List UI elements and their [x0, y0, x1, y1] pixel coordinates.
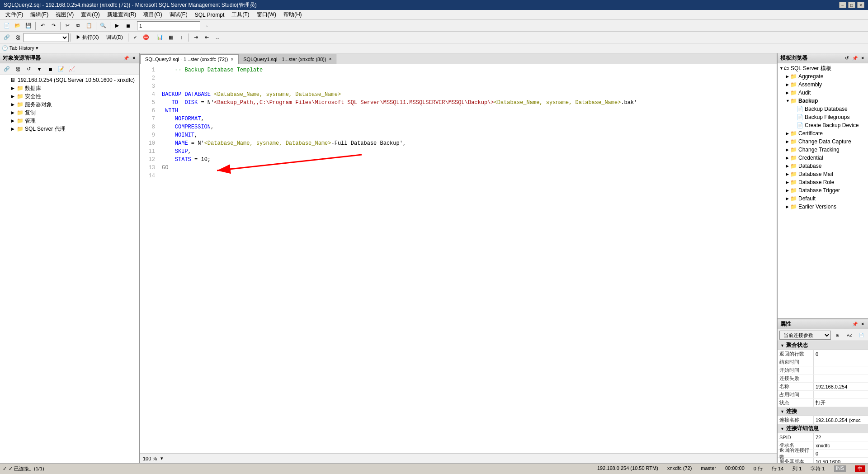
zoom-dropdown-arrow[interactable]: ▾	[160, 455, 163, 461]
report-obj-btn[interactable]: 📈	[67, 64, 77, 74]
obj-tree-item-5[interactable]: ▶ 📁 管理	[0, 117, 139, 125]
panel-pin-btn[interactable]: 📌	[122, 55, 130, 61]
prop-close-btn[interactable]: ×	[860, 321, 865, 327]
paste-btn[interactable]: 📋	[84, 21, 94, 31]
tmpl-item-12[interactable]: ▶ 📁 Database	[778, 162, 868, 170]
prop-categorize-btn[interactable]: ⊞	[833, 330, 843, 340]
obj-tree-item-3[interactable]: ▶ 📁 服务器对象	[0, 100, 139, 109]
tmpl-item-9[interactable]: ▶ 📁 Change Data Capture	[778, 137, 868, 146]
prop-pin-btn[interactable]: 📌	[851, 321, 859, 327]
tmpl-refresh-btn[interactable]: ↺	[844, 55, 850, 61]
tmpl-item-10[interactable]: ▶ 📁 Change Tracking	[778, 146, 868, 154]
maximize-button[interactable]: □	[848, 2, 855, 8]
results-btn[interactable]: 📊	[155, 33, 165, 43]
prop-alpha-btn[interactable]: AZ	[844, 330, 854, 340]
outdent-btn[interactable]: ⇤	[202, 33, 212, 43]
text-btn[interactable]: T	[177, 33, 187, 43]
tmpl-item-8[interactable]: ▶ 📁 Certificate	[778, 129, 868, 137]
close-button[interactable]: ×	[857, 2, 864, 8]
tmpl-item-14[interactable]: ▶ 📁 Database Role	[778, 178, 868, 186]
tmpl-item-3[interactable]: ▶ 📁 Audit	[778, 89, 868, 97]
obj-tree-item-4[interactable]: ▶ 📁 复制	[0, 109, 139, 117]
tmpl-pin-btn[interactable]: 📌	[851, 55, 859, 61]
tree-expand-6[interactable]: ▶	[9, 125, 16, 133]
prop-section-expand-2[interactable]: ▼	[780, 427, 784, 431]
menu-item-o[interactable]: 项目(O)	[140, 10, 165, 19]
tmpl-item-0[interactable]: ▼ 🗂 SQL Server 模板	[778, 64, 868, 72]
indent-btn[interactable]: ⇥	[191, 33, 201, 43]
tmpl-item-2[interactable]: ▶ 📁 Assembly	[778, 81, 868, 89]
tmpl-item-17[interactable]: ▶ 📁 Earlier Versions	[778, 203, 868, 211]
tab-history-bar[interactable]: 🕐 Tab History ▾	[0, 43, 868, 53]
obj-tree-item-2[interactable]: ▶ 📁 安全性	[0, 92, 139, 100]
menu-item-h[interactable]: 帮助(H)	[280, 10, 306, 19]
find-btn[interactable]: 🔍	[98, 21, 108, 31]
debug-btn[interactable]: 调试(D)	[103, 33, 126, 43]
menu-item-sqlprompt[interactable]: SQL Prompt	[191, 11, 228, 19]
grid-btn[interactable]: ▦	[166, 33, 176, 43]
tree-expand-2[interactable]: ▶	[9, 93, 16, 100]
menu-item-e[interactable]: 编辑(E)	[27, 10, 52, 19]
tree-expand-4[interactable]: ▶	[9, 109, 16, 116]
parse-btn[interactable]: ✓	[130, 33, 140, 43]
menu-item-v[interactable]: 视图(V)	[52, 10, 77, 19]
tab-close-0[interactable]: ×	[231, 57, 233, 62]
menu-item-e[interactable]: 调试(E)	[166, 10, 191, 19]
save-btn[interactable]: 💾	[24, 21, 33, 31]
open-btn[interactable]: 📂	[13, 21, 23, 31]
search-input[interactable]	[137, 21, 200, 30]
refresh-obj-btn[interactable]: ↺	[24, 64, 33, 74]
new-query-obj-btn[interactable]: 📝	[56, 64, 66, 74]
minimize-button[interactable]: −	[839, 2, 846, 8]
menu-item-t[interactable]: 工具(T)	[228, 10, 253, 19]
tmpl-close-btn[interactable]: ×	[860, 55, 865, 61]
tree-expand-0[interactable]	[2, 76, 9, 84]
disconnect-obj-btn[interactable]: ⛓	[13, 64, 23, 74]
tmpl-item-13[interactable]: ▶ 📁 Database Mail	[778, 170, 868, 178]
start-debug-btn[interactable]: ▶	[112, 21, 122, 31]
obj-tree-item-6[interactable]: ▶ 📁 SQL Server 代理	[0, 125, 139, 133]
prop-dropdown[interactable]: 当前连接参数	[779, 331, 831, 340]
go-btn[interactable]: →	[201, 21, 211, 31]
prop-section-expand-0[interactable]: ▼	[780, 343, 784, 348]
prop-page-btn[interactable]: 📄	[856, 330, 866, 340]
tmpl-item-6[interactable]: 📄 Backup Filegroups	[778, 113, 868, 121]
connect-obj-btn[interactable]: 🔗	[2, 64, 12, 74]
code-editor[interactable]: -- Backup Database Template BACKUP DATAB…	[158, 64, 777, 453]
cut-btn[interactable]: ✂	[62, 21, 72, 31]
panel-close-btn[interactable]: ×	[131, 55, 137, 61]
tmpl-item-4[interactable]: ▼ 📁 Backup	[778, 97, 868, 105]
menu-item-f[interactable]: 文件(F)	[2, 10, 27, 19]
prop-section-expand-1[interactable]: ▼	[780, 409, 784, 414]
connect-btn[interactable]: 🔗	[2, 33, 12, 43]
filter-obj-btn[interactable]: ▼	[34, 64, 44, 74]
menu-item-q[interactable]: 查询(Q)	[77, 10, 103, 19]
tree-expand-5[interactable]: ▶	[9, 117, 16, 124]
tmpl-item-15[interactable]: ▶ 📁 Database Trigger	[778, 186, 868, 194]
comment-btn[interactable]: --	[212, 33, 222, 43]
new-query-btn[interactable]: 📄	[2, 21, 12, 31]
copy-btn[interactable]: ⧉	[73, 21, 83, 31]
obj-tree-item-1[interactable]: ▶ 📁 数据库	[0, 84, 139, 92]
tree-expand-3[interactable]: ▶	[9, 101, 16, 108]
menu-item-r[interactable]: 新建查询(R)	[104, 10, 140, 19]
tmpl-item-11[interactable]: ▶ 📁 Credential	[778, 154, 868, 162]
db-dropdown[interactable]: master	[24, 33, 69, 42]
tmpl-item-5[interactable]: 📄 Backup Database	[778, 105, 868, 113]
menu-item-w[interactable]: 窗口(W)	[253, 10, 280, 19]
stop-btn[interactable]: ⏹	[123, 21, 133, 31]
stop-obj-btn[interactable]: ⏹	[45, 64, 55, 74]
tmpl-item-16[interactable]: ▶ 📁 Default	[778, 194, 868, 203]
redo-btn[interactable]: ↷	[48, 21, 58, 31]
disconnect-btn[interactable]: ⛓	[13, 33, 23, 43]
tab-close-1[interactable]: ×	[329, 57, 332, 62]
execute-btn[interactable]: ▶ 执行(X)	[73, 33, 102, 43]
tab-1[interactable]: SQLQuery1.sql - 1...ster (xnxdfc (88))×	[238, 54, 336, 64]
obj-tree-item-0[interactable]: 🖥 192.168.0.254 (SQL Server 10.50.1600 -…	[0, 76, 139, 84]
tmpl-item-1[interactable]: ▶ 📁 Aggregate	[778, 72, 868, 81]
tmpl-item-7[interactable]: 📄 Create Backup Device	[778, 121, 868, 129]
undo-btn[interactable]: ↶	[38, 21, 47, 31]
tab-0[interactable]: SQLQuery2.sql - 1...ster (xnxdfc (72))×	[140, 54, 238, 64]
tab-history-label[interactable]: 🕐 Tab History ▾	[2, 45, 38, 51]
tree-expand-1[interactable]: ▶	[9, 85, 16, 92]
